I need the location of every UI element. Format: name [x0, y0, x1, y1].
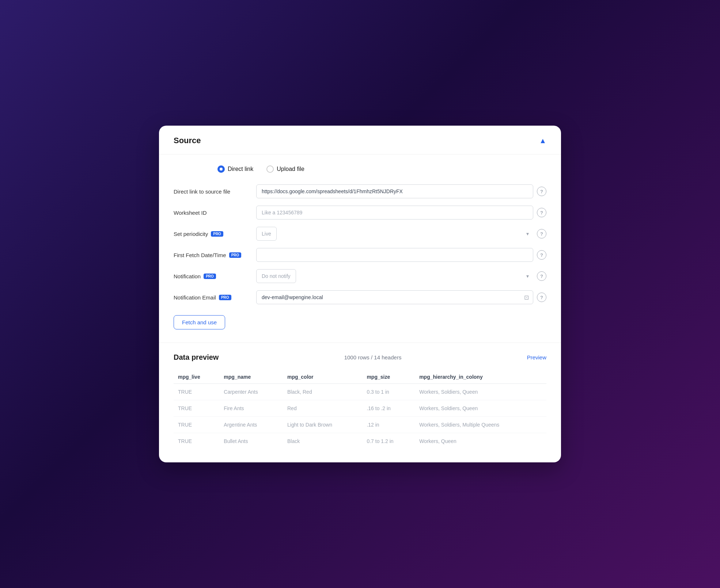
source-body: Direct link Upload file Direct link to s…	[159, 154, 561, 343]
source-header: Source ▲	[159, 126, 561, 154]
radio-circle-upload	[266, 165, 274, 173]
table-body: TRUE Carpenter Ants Black, Red 0.3 to 1 …	[174, 384, 546, 450]
cell-hierarchy-1: Workers, Soldiers, Queen	[415, 400, 546, 417]
help-icon-email[interactable]: ?	[537, 293, 546, 302]
cell-color-3: Black	[283, 433, 362, 450]
radio-direct-link[interactable]: Direct link	[217, 165, 253, 173]
form-row-periodicity: Set periodicity Pro Live ▾ ?	[174, 227, 546, 241]
label-notification: Notification Pro	[174, 273, 250, 279]
email-icon: ⊡	[524, 294, 529, 301]
cell-live-3: TRUE	[174, 433, 219, 450]
label-direct-link: Direct link to source file	[174, 188, 250, 195]
label-worksheet: Worksheet ID	[174, 210, 250, 216]
radio-group: Direct link Upload file	[174, 165, 546, 173]
cell-name-3: Bullet Ants	[219, 433, 283, 450]
label-email: Notification Email Pro	[174, 294, 250, 301]
cell-live-1: TRUE	[174, 400, 219, 417]
fetch-date-input[interactable]	[256, 248, 533, 262]
cell-hierarchy-3: Workers, Queen	[415, 433, 546, 450]
cell-color-2: Light to Dark Brown	[283, 417, 362, 433]
cell-name-2: Argentine Ants	[219, 417, 283, 433]
cell-hierarchy-0: Workers, Soldiers, Queen	[415, 384, 546, 400]
form-row-direct-link: Direct link to source file ?	[174, 184, 546, 198]
fetch-and-use-button[interactable]: Fetch and use	[174, 315, 225, 329]
help-icon-worksheet[interactable]: ?	[537, 208, 546, 217]
cell-name-0: Carpenter Ants	[219, 384, 283, 400]
radio-label-upload: Upload file	[277, 166, 304, 172]
worksheet-input[interactable]	[256, 206, 533, 219]
cell-size-1: .16 to .2 in	[362, 400, 415, 417]
help-icon-periodicity[interactable]: ?	[537, 229, 546, 238]
radio-upload-file[interactable]: Upload file	[266, 165, 304, 173]
form-row-fetch-date: First Fetch Date/Time Pro ?	[174, 248, 546, 262]
cell-color-0: Black, Red	[283, 384, 362, 400]
table-row: TRUE Bullet Ants Black 0.7 to 1.2 in Wor…	[174, 433, 546, 450]
cell-live-0: TRUE	[174, 384, 219, 400]
pro-badge-notification: Pro	[204, 274, 216, 279]
cell-color-1: Red	[283, 400, 362, 417]
help-icon-fetch-date[interactable]: ?	[537, 250, 546, 260]
data-preview-header: Data preview 1000 rows / 14 headers Prev…	[174, 353, 546, 362]
chevron-down-icon-notification: ▾	[526, 273, 529, 279]
cell-name-1: Fire Ants	[219, 400, 283, 417]
label-periodicity: Set periodicity Pro	[174, 231, 250, 237]
input-wrap-worksheet: ?	[256, 206, 546, 219]
table-row: TRUE Argentine Ants Light to Dark Brown …	[174, 417, 546, 433]
radio-label-direct: Direct link	[228, 166, 253, 172]
input-wrap-fetch-date: ?	[256, 248, 546, 262]
col-header-mpg-live: mpg_live	[174, 370, 219, 384]
preview-link[interactable]: Preview	[527, 354, 546, 360]
direct-link-input[interactable]	[256, 184, 533, 198]
table-row: TRUE Carpenter Ants Black, Red 0.3 to 1 …	[174, 384, 546, 400]
radio-circle-direct	[217, 165, 225, 173]
periodicity-select-wrap: Live ▾	[256, 227, 533, 241]
table-row: TRUE Fire Ants Red .16 to .2 in Workers,…	[174, 400, 546, 417]
table-header-row: mpg_live mpg_name mpg_color mpg_size mpg…	[174, 370, 546, 384]
cell-size-3: 0.7 to 1.2 in	[362, 433, 415, 450]
data-table: mpg_live mpg_name mpg_color mpg_size mpg…	[174, 370, 546, 449]
periodicity-select[interactable]: Live	[256, 227, 277, 241]
help-icon-notification[interactable]: ?	[537, 271, 546, 281]
input-wrap-email: ⊡ ?	[256, 290, 546, 304]
cell-hierarchy-2: Workers, Soldiers, Multiple Queens	[415, 417, 546, 433]
cell-live-2: TRUE	[174, 417, 219, 433]
data-preview-section: Data preview 1000 rows / 14 headers Prev…	[159, 343, 561, 462]
pro-badge-periodicity: Pro	[211, 231, 223, 237]
email-input[interactable]	[256, 290, 533, 304]
col-header-mpg-hierarchy: mpg_hierarchy_in_colony	[415, 370, 546, 384]
col-header-mpg-color: mpg_color	[283, 370, 362, 384]
form-row-worksheet: Worksheet ID ?	[174, 206, 546, 219]
main-card: Source ▲ Direct link Upload file Direct …	[159, 126, 561, 462]
source-title: Source	[174, 136, 201, 145]
form-row-email: Notification Email Pro ⊡ ?	[174, 290, 546, 304]
help-icon-direct-link[interactable]: ?	[537, 187, 546, 196]
select-wrap-periodicity: Live ▾ ?	[256, 227, 546, 241]
cell-size-0: 0.3 to 1 in	[362, 384, 415, 400]
notification-select-wrap: Do not notify ▾	[256, 269, 533, 283]
input-wrap-direct-link: ?	[256, 184, 546, 198]
col-header-mpg-size: mpg_size	[362, 370, 415, 384]
data-preview-meta: 1000 rows / 14 headers	[344, 354, 402, 360]
pro-badge-email: Pro	[219, 295, 231, 300]
label-fetch-date: First Fetch Date/Time Pro	[174, 252, 250, 258]
email-input-wrap: ⊡	[256, 290, 533, 304]
data-preview-title: Data preview	[174, 353, 219, 362]
cell-size-2: .12 in	[362, 417, 415, 433]
col-header-mpg-name: mpg_name	[219, 370, 283, 384]
select-wrap-notification: Do not notify ▾ ?	[256, 269, 546, 283]
table-head: mpg_live mpg_name mpg_color mpg_size mpg…	[174, 370, 546, 384]
form-row-notification: Notification Pro Do not notify ▾ ?	[174, 269, 546, 283]
collapse-icon[interactable]: ▲	[539, 137, 546, 145]
chevron-down-icon-periodicity: ▾	[526, 231, 529, 237]
pro-badge-fetch-date: Pro	[229, 252, 242, 258]
notification-select[interactable]: Do not notify	[256, 269, 296, 283]
